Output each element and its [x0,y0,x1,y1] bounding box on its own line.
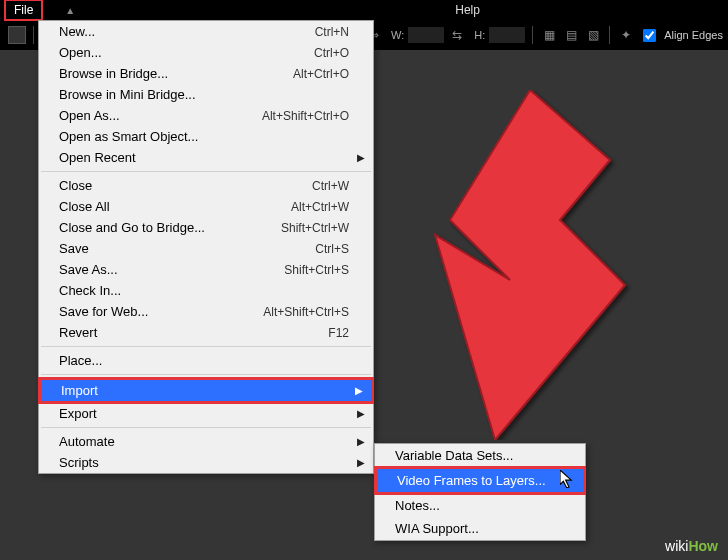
import-submenu: Variable Data Sets...Video Frames to Lay… [374,443,586,541]
menu-separator [41,374,371,375]
menu-item-shortcut: Ctrl+S [315,242,349,256]
menu-item-label: Open Recent [59,150,349,165]
submenu-arrow-icon: ▶ [357,152,365,163]
menu-item-open[interactable]: Open...Ctrl+O [39,42,373,63]
menu-separator [41,346,371,347]
menu-item-label: Open as Smart Object... [59,129,349,144]
menu-item-close[interactable]: CloseCtrl+W [39,175,373,196]
menu-item-automate[interactable]: Automate▶ [39,431,373,452]
menu-item-scripts[interactable]: Scripts▶ [39,452,373,473]
menu-item-revert[interactable]: RevertF12 [39,322,373,343]
menu-item-label: Revert [59,325,328,340]
menu-item-label: Open... [59,45,314,60]
menu-item-shortcut: F12 [328,326,349,340]
menu-item-close-and-go-to-bridge[interactable]: Close and Go to Bridge...Shift+Ctrl+W [39,217,373,238]
menu-item-shortcut: Shift+Ctrl+W [281,221,349,235]
menu-item-label: Close All [59,199,291,214]
menu-item-shortcut: Alt+Shift+Ctrl+O [262,109,349,123]
submenu-item-wia-support[interactable]: WIA Support... [375,517,585,540]
menu-item-shortcut: Ctrl+N [315,25,349,39]
menu-item-new[interactable]: New...Ctrl+N [39,21,373,42]
menu-separator [41,171,371,172]
menu-item-shortcut: Alt+Shift+Ctrl+S [263,305,349,319]
menu-help[interactable]: Help [455,3,480,17]
cursor-icon [560,470,578,488]
menu-item-open-as-smart-object[interactable]: Open as Smart Object... [39,126,373,147]
menubar: File ▲ Help [0,0,728,20]
align-icon-1[interactable]: ▦ [540,26,558,44]
menu-item-import[interactable]: Import▶ [38,377,374,404]
submenu-arrow-icon: ▶ [355,385,363,396]
menu-item-label: Place... [59,353,349,368]
tool-preset-icon[interactable] [8,26,26,44]
menu-item-shortcut: Alt+Ctrl+W [291,200,349,214]
menu-item-label: Browse in Mini Bridge... [59,87,349,102]
menu-item-shortcut: Alt+Ctrl+O [293,67,349,81]
menubar-arrow-icon: ▲ [65,5,75,16]
file-dropdown-menu: New...Ctrl+NOpen...Ctrl+OBrowse in Bridg… [38,20,374,474]
menu-item-label: Browse in Bridge... [59,66,293,81]
menu-item-browse-in-mini-bridge[interactable]: Browse in Mini Bridge... [39,84,373,105]
menu-item-shortcut: Shift+Ctrl+S [284,263,349,277]
menu-item-save[interactable]: SaveCtrl+S [39,238,373,259]
menu-item-label: Save [59,241,315,256]
width-label: W: [391,29,404,41]
width-input[interactable] [408,27,444,43]
menu-item-label: Save As... [59,262,284,277]
menu-item-place[interactable]: Place... [39,350,373,371]
menu-file[interactable]: File [4,0,43,21]
submenu-arrow-icon: ▶ [357,457,365,468]
submenu-arrow-icon: ▶ [357,408,365,419]
menu-separator [41,427,371,428]
menu-item-check-in[interactable]: Check In... [39,280,373,301]
gear-icon[interactable]: ✦ [617,26,635,44]
menu-item-browse-in-bridge[interactable]: Browse in Bridge...Alt+Ctrl+O [39,63,373,84]
height-input[interactable] [489,27,525,43]
align-icon-3[interactable]: ▧ [584,26,602,44]
submenu-arrow-icon: ▶ [357,436,365,447]
menu-item-label: New... [59,24,315,39]
menu-item-save-for-web[interactable]: Save for Web...Alt+Shift+Ctrl+S [39,301,373,322]
menu-item-label: Close [59,178,312,193]
menu-item-label: Close and Go to Bridge... [59,220,281,235]
align-edges-checkbox[interactable] [643,29,656,42]
menu-item-save-as[interactable]: Save As...Shift+Ctrl+S [39,259,373,280]
menu-item-open-as[interactable]: Open As...Alt+Shift+Ctrl+O [39,105,373,126]
menu-item-label: Automate [59,434,349,449]
align-icon-2[interactable]: ▤ [562,26,580,44]
menu-item-label: Export [59,406,349,421]
swap-icon[interactable]: ⇆ [448,26,466,44]
menu-item-shortcut: Ctrl+W [312,179,349,193]
menu-item-label: Check In... [59,283,349,298]
menu-item-close-all[interactable]: Close AllAlt+Ctrl+W [39,196,373,217]
menu-item-label: Scripts [59,455,349,470]
submenu-item-video-frames-to-layers[interactable]: Video Frames to Layers... [374,466,586,495]
menu-item-label: Import [61,383,347,398]
menu-item-label: Save for Web... [59,304,263,319]
menu-item-label: Open As... [59,108,262,123]
height-label: H: [474,29,485,41]
submenu-item-variable-data-sets[interactable]: Variable Data Sets... [375,444,585,467]
submenu-item-notes[interactable]: Notes... [375,494,585,517]
menu-item-shortcut: Ctrl+O [314,46,349,60]
menu-item-export[interactable]: Export▶ [39,403,373,424]
wikihow-watermark: wikiHow [665,538,718,554]
align-edges-label: Align Edges [664,29,723,41]
menu-item-open-recent[interactable]: Open Recent▶ [39,147,373,168]
